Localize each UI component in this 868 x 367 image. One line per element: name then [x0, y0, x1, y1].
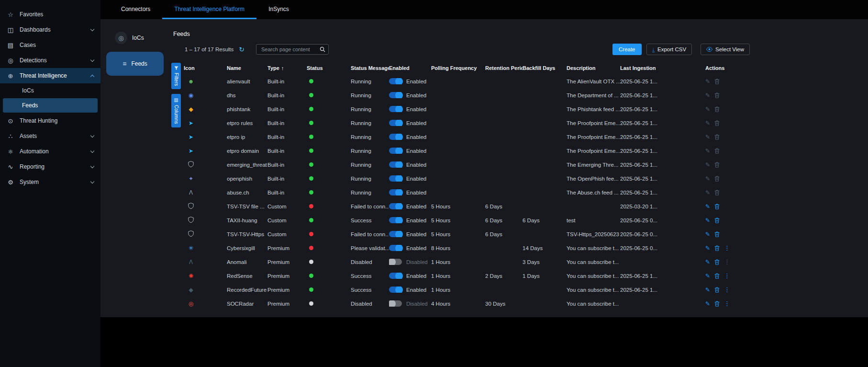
enabled-toggle[interactable]	[389, 161, 402, 168]
enabled-toggle[interactable]	[389, 175, 402, 182]
edit-icon[interactable]: ✎	[705, 134, 710, 140]
column-header-backfill-days[interactable]: Backfill Days	[523, 65, 567, 71]
sidebar-item-dashboards[interactable]: ◫Dashboards	[0, 22, 100, 37]
enabled-toggle[interactable]	[389, 217, 402, 223]
table-row[interactable]: TSV-TSV-HttpsCustomFailed to conn...Enab…	[184, 227, 752, 241]
edit-icon[interactable]: ✎	[705, 259, 710, 265]
enabled-toggle[interactable]	[389, 92, 402, 98]
enabled-toggle[interactable]	[389, 189, 402, 195]
column-header-icon[interactable]: Icon	[184, 65, 227, 71]
table-row[interactable]: ✦openphishBuilt-inRunningEnabledThe Open…	[184, 172, 752, 185]
edit-icon[interactable]: ✎	[705, 148, 710, 154]
sidebar-item-cases[interactable]: ▤Cases	[0, 37, 100, 53]
delete-icon[interactable]	[714, 106, 720, 112]
tab-connectors[interactable]: Connectors	[109, 0, 162, 19]
sidebar-item-system[interactable]: ⚙System	[0, 174, 100, 190]
edit-icon[interactable]: ✎	[705, 161, 710, 168]
column-header-last-ingestion[interactable]: Last Ingestion	[620, 65, 705, 71]
export-csv-button[interactable]: ↓ Export CSV	[646, 44, 692, 55]
column-header-actions[interactable]: Actions	[705, 65, 752, 71]
table-row[interactable]: TAXII-huangCustomSuccessEnabled5 Hours6 …	[184, 213, 752, 227]
column-header-type[interactable]: Type↑	[267, 65, 307, 71]
column-header-status[interactable]: Status	[307, 65, 351, 71]
column-header-status-message[interactable]: Status Message	[351, 65, 389, 71]
table-row[interactable]: ➤etpro domainBuilt-inRunningEnabledThe P…	[184, 144, 752, 158]
enabled-toggle[interactable]	[389, 120, 402, 126]
kebab-menu-icon[interactable]: ⋮	[724, 286, 730, 293]
tab-threat-intelligence-platform[interactable]: Threat Intelligence Platform	[162, 0, 256, 19]
table-row[interactable]: ➤etpro ipBuilt-inRunningEnabledThe Proof…	[184, 130, 752, 144]
enabled-toggle[interactable]	[389, 134, 402, 140]
enabled-toggle[interactable]	[389, 148, 402, 154]
column-header-name[interactable]: Name	[227, 65, 267, 71]
enabled-toggle[interactable]	[389, 106, 402, 112]
kebab-menu-icon[interactable]: ⋮	[724, 244, 730, 252]
edit-icon[interactable]: ✎	[705, 245, 710, 252]
delete-icon[interactable]	[714, 204, 720, 209]
delete-icon[interactable]	[714, 79, 720, 84]
sidebar-item-assets[interactable]: ∴Assets	[0, 128, 100, 144]
table-row[interactable]: ◆phishtankBuilt-inRunningEnabledThe Phis…	[184, 102, 752, 116]
delete-icon[interactable]	[714, 245, 720, 251]
edit-icon[interactable]: ✎	[705, 189, 710, 196]
delete-icon[interactable]	[714, 134, 720, 140]
enabled-toggle[interactable]	[389, 245, 402, 251]
enabled-toggle[interactable]	[389, 203, 402, 209]
search-input[interactable]	[260, 46, 320, 53]
edit-icon[interactable]: ✎	[705, 92, 710, 99]
tab-insyncs[interactable]: InSyncs	[256, 0, 301, 19]
column-header-enabled[interactable]: Enabled	[389, 65, 431, 71]
edit-icon[interactable]: ✎	[705, 273, 710, 279]
subnav-item-iocs[interactable]: ◎ IoCs	[115, 32, 170, 44]
sidebar-item-threat-hunting[interactable]: ⊙Threat Hunting	[0, 113, 100, 128]
delete-icon[interactable]	[714, 273, 720, 279]
sidebar-subitem-iocs[interactable]: IoCs	[0, 83, 100, 98]
delete-icon[interactable]	[714, 176, 720, 182]
edit-icon[interactable]: ✎	[705, 106, 710, 113]
delete-icon[interactable]	[714, 162, 720, 168]
table-row[interactable]: ➤etpro rulesBuilt-inRunningEnabledThe Pr…	[184, 116, 752, 130]
delete-icon[interactable]	[714, 120, 720, 126]
enabled-toggle[interactable]	[389, 231, 402, 237]
sidebar-item-detections[interactable]: ◎Detections	[0, 53, 100, 68]
enabled-toggle[interactable]	[389, 78, 402, 84]
edit-icon[interactable]: ✎	[705, 300, 710, 307]
columns-button[interactable]: ▥ Columns	[171, 94, 181, 127]
edit-icon[interactable]: ✎	[705, 217, 710, 224]
kebab-menu-icon[interactable]: ⋮	[724, 300, 730, 307]
enabled-toggle[interactable]	[389, 300, 402, 307]
table-row[interactable]: ✺RedSensePremiumSuccessEnabled1 Hours2 D…	[184, 269, 752, 283]
sidebar-item-threat-intelligence[interactable]: ⊕Threat Intelligence	[0, 68, 100, 83]
kebab-menu-icon[interactable]: ⋮	[724, 258, 730, 265]
table-row[interactable]: TSV-TSV file ...CustomFailed to conn...E…	[184, 199, 752, 213]
delete-icon[interactable]	[714, 148, 720, 154]
edit-icon[interactable]: ✎	[705, 120, 710, 126]
delete-icon[interactable]	[714, 218, 720, 223]
edit-icon[interactable]: ✎	[705, 203, 710, 210]
sidebar-item-automation[interactable]: ⚛Automation	[0, 144, 100, 159]
refresh-icon[interactable]: ↻	[239, 46, 245, 53]
enabled-toggle[interactable]	[389, 273, 402, 279]
table-row[interactable]: ◆RecordedFuturePremiumSuccessEnabled1 Ho…	[184, 283, 752, 297]
edit-icon[interactable]: ✎	[705, 287, 710, 293]
kebab-menu-icon[interactable]: ⋮	[724, 272, 730, 279]
delete-icon[interactable]	[714, 301, 720, 307]
edit-icon[interactable]: ✎	[705, 175, 710, 182]
column-header-polling-frequency[interactable]: Polling Frequency	[431, 65, 485, 71]
delete-icon[interactable]	[714, 259, 720, 265]
delete-icon[interactable]	[714, 190, 720, 195]
subnav-item-feeds[interactable]: ≡ Feeds	[106, 52, 164, 76]
table-row[interactable]: emerging_threatBuilt-inRunningEnabledThe…	[184, 158, 752, 172]
edit-icon[interactable]: ✎	[705, 78, 710, 85]
table-row[interactable]: ΛAnomaliPremiumDisabledDisabled1 Hours3 …	[184, 255, 752, 269]
sidebar-item-favorites[interactable]: ☆Favorites	[0, 7, 100, 22]
column-header-description[interactable]: Description	[567, 65, 620, 71]
enabled-toggle[interactable]	[389, 259, 402, 265]
delete-icon[interactable]	[714, 231, 720, 237]
table-row[interactable]: ☻alienvaultBuilt-inRunningEnabledThe Ali…	[184, 74, 752, 88]
filters-button[interactable]: Filters	[171, 63, 181, 89]
create-button[interactable]: Create	[612, 44, 642, 55]
sidebar-subitem-feeds[interactable]: Feeds	[3, 98, 98, 113]
table-row[interactable]: Λabuse.chBuilt-inRunningEnabledThe Abuse…	[184, 185, 752, 199]
table-row[interactable]: ✳CybersixgillPremiumPlease validat...Ena…	[184, 241, 752, 255]
